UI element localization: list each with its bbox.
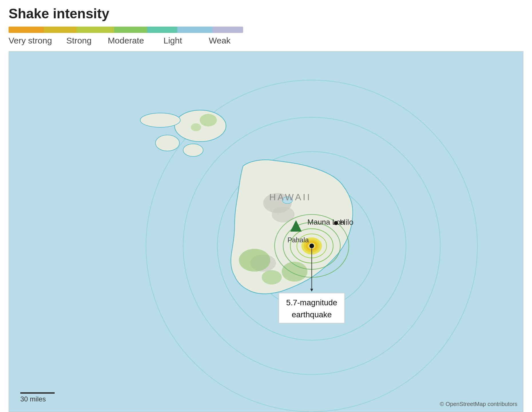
svg-point-36: [334, 221, 338, 225]
svg-text:Pahala: Pahala: [287, 236, 309, 244]
legend-label-light: Light: [149, 36, 196, 45]
svg-point-27: [309, 243, 314, 248]
svg-point-15: [239, 249, 270, 272]
page-title: Shake intensity: [9, 6, 523, 21]
svg-text:Hilo: Hilo: [340, 218, 354, 227]
legend-light-green: [114, 27, 147, 33]
legend-moderate: [77, 27, 114, 33]
legend: Very strong Strong Moderate Light Weak: [9, 27, 523, 45]
legend-label-strong: Strong: [55, 36, 102, 45]
map-svg: 5.7-magnitude earthquake Mauna Loa Pahal…: [9, 52, 523, 412]
legend-label-weak: Weak: [196, 36, 243, 45]
scale-bar: 30 miles: [20, 392, 55, 403]
attribution: © OpenStreetMap contributors: [440, 401, 517, 407]
svg-text:HAWAII: HAWAII: [269, 192, 311, 202]
svg-point-7: [183, 144, 203, 157]
legend-label-moderate: Moderate: [102, 36, 149, 45]
svg-point-9: [200, 114, 217, 126]
legend-bar: [9, 27, 243, 33]
svg-point-6: [155, 135, 179, 151]
legend-very-strong: [9, 27, 44, 33]
svg-text:Mauna Loa: Mauna Loa: [307, 218, 345, 226]
scale-bar-label: 30 miles: [20, 395, 46, 403]
legend-labels: Very strong Strong Moderate Light Weak: [9, 36, 243, 45]
legend-weak-purple: [213, 27, 243, 33]
scale-bar-line: [20, 392, 55, 394]
svg-point-8: [140, 113, 180, 127]
svg-text:earthquake: earthquake: [292, 310, 332, 319]
svg-text:5.7-magnitude: 5.7-magnitude: [286, 298, 337, 307]
legend-light-teal: [147, 27, 178, 33]
legend-strong: [44, 27, 77, 33]
map-container: 5.7-magnitude earthquake Mauna Loa Pahal…: [9, 51, 523, 412]
svg-point-10: [191, 123, 201, 131]
legend-label-very-strong: Very strong: [9, 36, 55, 45]
svg-point-17: [262, 270, 282, 284]
legend-weak-blue: [177, 27, 213, 33]
